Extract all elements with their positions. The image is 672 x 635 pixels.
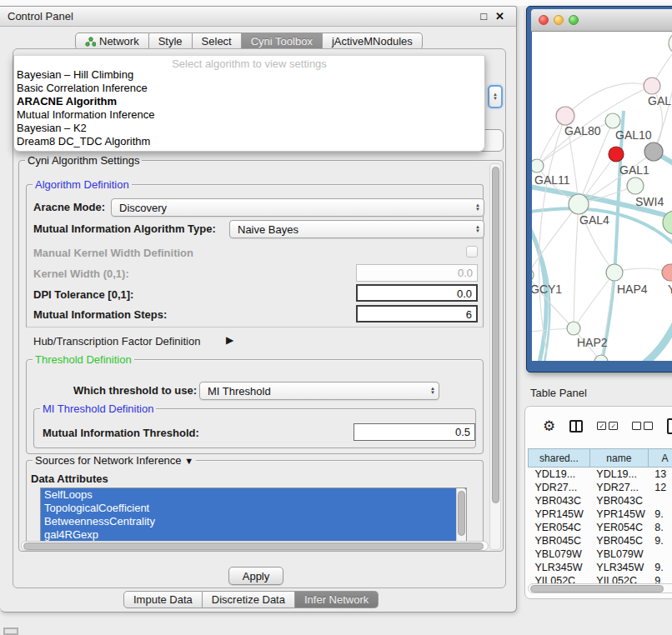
aracne-mode-label: Aracne Mode: — [33, 201, 105, 213]
network-node-gal-partial[interactable] — [644, 78, 660, 94]
attributes-scrollbar[interactable] — [456, 488, 466, 542]
table-row[interactable]: YPR145W YPR145W 9. — [529, 508, 672, 521]
network-node-red[interactable] — [609, 147, 624, 162]
settings-vertical-scrollbar[interactable] — [489, 163, 501, 550]
node-table: shared... name A YDL19... YDL19... 13 YD… — [528, 448, 672, 588]
node-label: GAL4 — [579, 213, 609, 227]
table-row[interactable]: YBR043C YBR043C — [529, 494, 672, 508]
combo-down-icon: ▼ — [493, 97, 498, 101]
gear-icon[interactable]: ⚙ — [543, 419, 555, 433]
hub-expand-arrow-icon[interactable]: ▶ — [226, 334, 233, 346]
unchecked-box-icon — [632, 422, 641, 430]
hub-definition-toggle-label[interactable]: Hub/Transcription Factor Definition — [33, 335, 200, 348]
table-horizontal-scrollbar-thumb[interactable] — [530, 585, 664, 592]
table-row[interactable]: YDL19... YDL19... 13 — [529, 468, 672, 481]
table-row[interactable]: YBL079W YBL079W — [529, 548, 672, 561]
tab-jactivemnodules-label: jActiveMNodules — [332, 35, 413, 48]
network-node-gray[interactable] — [644, 142, 663, 161]
cyni-algorithm-settings-title: Cyni Algorithm Settings — [25, 154, 142, 167]
network-edge[interactable] — [565, 83, 652, 116]
kernel-width-field[interactable]: 0.0 — [356, 264, 478, 282]
cell-value: 13 — [648, 468, 672, 481]
unchecked-box-icon — [644, 422, 653, 430]
dpi-tolerance-field[interactable]: 0.0 — [356, 284, 478, 302]
export-table-icon[interactable] — [667, 418, 672, 434]
combo-down-icon: ▼ — [475, 208, 480, 212]
attributes-scrollbar-thumb[interactable] — [458, 491, 465, 536]
tab-style[interactable]: Style — [149, 32, 193, 50]
network-node-partial-top[interactable] — [669, 32, 672, 54]
select-all-icon[interactable]: ✓ ✓ — [597, 422, 618, 430]
table-horizontal-scrollbar[interactable] — [528, 583, 672, 593]
aracne-mode-combo[interactable]: Discovery ▲▼ — [111, 198, 484, 217]
cyni-toolbox-panel: ▲ ▼ Select algorithm to view settings Ba… — [13, 48, 506, 588]
algorithm-option[interactable]: Basic Correlation Inference — [14, 82, 484, 95]
sources-collapse-icon[interactable]: ▼ — [184, 456, 193, 466]
minimize-traffic-light[interactable] — [554, 15, 564, 25]
column-header-shared[interactable]: shared... — [529, 449, 590, 468]
inference-algorithm-combo-button[interactable]: ▲ ▼ — [488, 85, 503, 108]
tab-discretize-data[interactable]: Discretize Data — [203, 591, 295, 608]
table-row[interactable]: YER054C YER054C 8. — [529, 521, 672, 534]
settings-horizontal-scrollbar[interactable] — [21, 541, 489, 551]
apply-button[interactable]: Apply — [228, 567, 283, 585]
algorithm-option[interactable]: Bayesian – Hill Climbing — [14, 68, 484, 82]
mi-steps-field[interactable]: 6 — [356, 305, 478, 322]
manual-kernel-width-checkbox[interactable] — [466, 246, 478, 258]
settings-horizontal-scrollbar-thumb[interactable] — [23, 542, 484, 550]
zoom-traffic-light[interactable] — [569, 15, 579, 25]
control-panel-titlebar[interactable]: Control Panel □ ✕ — [0, 7, 516, 27]
close-window-icon[interactable]: ✕ — [495, 10, 504, 23]
network-node-hap2[interactable] — [567, 322, 580, 335]
mi-threshold-field[interactable]: 0.5 — [354, 423, 475, 441]
tab-infer-network[interactable]: Infer Network — [295, 591, 379, 608]
network-node-gcy1[interactable] — [532, 268, 534, 282]
network-node-gal80[interactable] — [556, 107, 574, 125]
network-canvas[interactable]: GAL GAL80 GAL10 GAL1 GAL11 SWI4 GAL4 GCY… — [532, 32, 672, 361]
attribute-item[interactable]: TopologicalCoefficient — [41, 502, 466, 515]
network-node-gal10[interactable] — [605, 113, 620, 128]
column-header-partial[interactable]: A — [648, 449, 672, 468]
settings-vertical-scrollbar-thumb[interactable] — [492, 167, 499, 503]
node-label: GAL11 — [534, 173, 570, 187]
network-icon — [85, 37, 96, 47]
data-attributes-label: Data Attributes — [31, 472, 108, 485]
tab-network-label: Network — [99, 35, 139, 48]
dpi-tolerance-label: DPI Tolerance [0,1]: — [33, 288, 133, 301]
tab-network[interactable]: Network — [75, 32, 149, 50]
minimized-window-fragment[interactable] — [3, 628, 18, 635]
float-window-icon[interactable]: □ — [480, 10, 487, 23]
table-row[interactable]: YLR345W YLR345W 9. — [529, 561, 672, 574]
table-row[interactable]: YBR045C YBR045C 9. — [529, 534, 672, 548]
tab-cyni-toolbox[interactable]: Cyni Toolbox — [242, 32, 323, 50]
algorithm-option[interactable]: Bayesian – K2 — [14, 122, 484, 135]
attribute-item[interactable]: SelfLoops — [41, 488, 466, 502]
network-node-gal1[interactable] — [627, 178, 644, 194]
network-edge[interactable] — [639, 319, 672, 361]
network-edge[interactable] — [574, 204, 579, 328]
tab-impute-data[interactable]: Impute Data — [123, 591, 203, 608]
algorithm-option[interactable]: Dream8 DC_TDC Algorithm — [14, 135, 484, 148]
network-window-titlebar[interactable] — [531, 9, 672, 32]
tab-jactivemnodules[interactable]: jActiveMNodules — [323, 32, 423, 50]
network-node-gal11[interactable] — [532, 159, 544, 172]
mi-algorithm-type-combo[interactable]: Naive Bayes ▲▼ — [229, 220, 484, 238]
algorithm-option-selected[interactable]: ARACNE Algorithm — [14, 95, 484, 108]
which-threshold-value: MI Threshold — [208, 385, 271, 398]
data-attributes-list[interactable]: SelfLoops TopologicalCoefficient Between… — [40, 488, 467, 542]
close-traffic-light[interactable] — [539, 15, 549, 25]
deselect-all-icon[interactable] — [632, 422, 653, 430]
sources-title[interactable]: Sources for Network Inference ▼ — [33, 454, 196, 467]
table-row[interactable]: YDR27... YDR27... 12 — [529, 481, 672, 494]
network-node-gal4[interactable] — [569, 194, 589, 214]
network-node-hap4[interactable] — [606, 264, 623, 281]
cell-name: YER054C — [589, 521, 648, 534]
tab-select[interactable]: Select — [193, 32, 242, 50]
attribute-item[interactable]: gal4RGexp — [41, 528, 466, 542]
network-node-y-partial[interactable] — [662, 264, 672, 281]
column-header-name[interactable]: name — [589, 449, 648, 468]
algorithm-option[interactable]: Mutual Information Inference — [14, 108, 484, 122]
which-threshold-combo[interactable]: MI Threshold ▲▼ — [199, 382, 439, 400]
column-chooser-icon[interactable] — [569, 420, 583, 432]
attribute-item[interactable]: BetweennessCentrality — [41, 515, 466, 528]
